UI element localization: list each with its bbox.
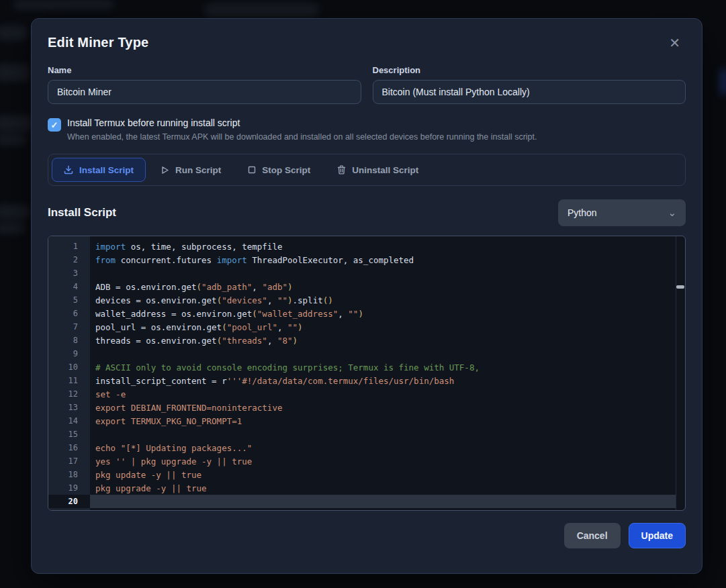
code-editor[interactable]: 1import os, time, subprocess, tempfile2f… [48, 236, 686, 511]
code-line-content [90, 495, 676, 508]
code-line-content: pkg upgrade -y || true [90, 481, 685, 495]
code-line: 10# ASCII only to avoid console encoding… [48, 360, 685, 374]
uninstall-script-button[interactable]: Uninstall Script [325, 158, 430, 182]
editor-scrollbar-track[interactable] [676, 236, 685, 510]
code-line-content: devices = os.environ.get("devices", "").… [90, 293, 685, 307]
line-number: 16 [48, 441, 90, 454]
line-number: 4 [48, 280, 90, 293]
close-icon[interactable]: ✕ [669, 36, 680, 50]
background-blur-shape [720, 68, 726, 95]
background-blur-shape [0, 223, 26, 234]
line-number: 19 [48, 481, 90, 495]
check-icon: ✓ [51, 120, 58, 130]
code-line: 14export TERMUX_PKG_NO_PROMPT=1 [48, 414, 685, 428]
background-blur-shape [205, 3, 319, 17]
dialog-title: Edit Miner Type [48, 35, 148, 50]
dialog-header: Edit Miner Type ✕ [48, 35, 686, 50]
code-line: 17yes '' | pkg upgrade -y || true [48, 454, 685, 468]
line-number: 13 [48, 401, 90, 414]
background-blur-shape [0, 115, 32, 132]
line-number: 17 [48, 454, 90, 468]
code-line: 7pool_url = os.environ.get("pool_url", "… [48, 320, 685, 334]
cancel-button[interactable]: Cancel [564, 523, 621, 548]
stop-icon [248, 166, 256, 174]
code-line-content: echo "[*] Updating packages..." [90, 441, 685, 454]
stop-script-button[interactable]: Stop Script [236, 158, 322, 182]
dialog-footer: Cancel Update [48, 523, 686, 548]
install-script-button[interactable]: Install Script [52, 158, 146, 182]
language-select-value: Python [568, 207, 597, 218]
code-line: 16echo "[*] Updating packages..." [48, 441, 685, 454]
install-script-button-label: Install Script [79, 165, 134, 175]
line-number: 10 [48, 360, 90, 374]
install-script-section-header: Install Script Python ⌄ [48, 199, 686, 226]
code-line: 5devices = os.environ.get("devices", "")… [48, 293, 685, 307]
background-blur-shape [0, 205, 30, 219]
line-number: 12 [48, 387, 90, 401]
description-input[interactable] [373, 80, 686, 104]
code-line: 6wallet_address = os.environ.get("wallet… [48, 307, 685, 320]
name-input[interactable] [48, 80, 361, 104]
code-line: 20 [48, 495, 685, 508]
code-line-content: export TERMUX_PKG_NO_PROMPT=1 [90, 414, 685, 428]
line-number: 11 [48, 374, 90, 387]
background-blur-shape [0, 26, 27, 40]
run-script-button-label: Run Script [175, 165, 221, 175]
name-label: Name [48, 65, 361, 75]
stop-script-button-label: Stop Script [262, 165, 310, 175]
name-field-group: Name [48, 65, 361, 104]
code-line: 4ADB = os.environ.get("adb_path", "adb") [48, 280, 685, 293]
download-icon [64, 165, 73, 175]
code-line-content: install_script_content = r'''#!/data/dat… [90, 374, 685, 387]
code-line-content [90, 347, 685, 360]
edit-miner-type-dialog: Edit Miner Type ✕ Name Description ✓ Ins… [31, 18, 702, 574]
code-line: 9 [48, 347, 685, 360]
name-description-row: Name Description [48, 65, 686, 104]
line-number: 2 [48, 253, 90, 266]
code-line-content: # ASCII only to avoid console encoding s… [90, 360, 685, 374]
trash-icon [337, 165, 346, 175]
code-line: 12set -e [48, 387, 685, 401]
line-number: 20 [48, 495, 90, 508]
line-number: 15 [48, 428, 90, 441]
run-script-button[interactable]: Run Script [148, 158, 233, 182]
code-line-content [90, 428, 685, 441]
update-button[interactable]: Update [629, 523, 686, 548]
code-line-content [90, 266, 685, 280]
code-line-content: threads = os.environ.get("threads", "8") [90, 334, 685, 347]
code-line-content: pool_url = os.environ.get("pool_url", ""… [90, 320, 685, 334]
install-termux-label: Install Termux before running install sc… [67, 117, 537, 128]
code-line-content: import os, time, subprocess, tempfile [90, 240, 685, 253]
editor-scrollbar-thumb[interactable] [676, 285, 684, 289]
code-line: 19pkg upgrade -y || true [48, 481, 685, 495]
code-line-content: ADB = os.environ.get("adb_path", "adb") [90, 280, 685, 293]
line-number: 14 [48, 414, 90, 428]
code-line: 1import os, time, subprocess, tempfile [48, 240, 685, 253]
line-number: 9 [48, 347, 90, 360]
code-line-content: export DEBIAN_FRONTEND=noninteractive [90, 401, 685, 414]
install-termux-texts: Install Termux before running install sc… [67, 117, 537, 142]
code-line: 13export DEBIAN_FRONTEND=noninteractive [48, 401, 685, 414]
script-actions-toolbar: Install Script Run Script Stop Script [48, 154, 686, 186]
line-number: 8 [48, 334, 90, 347]
code-line: 18pkg update -y || true [48, 468, 685, 481]
description-field-group: Description [373, 65, 686, 104]
background-blur-shape [13, 0, 114, 9]
description-label: Description [373, 65, 686, 75]
line-number: 7 [48, 320, 90, 334]
code-line: 2from concurrent.futures import ThreadPo… [48, 253, 685, 266]
play-icon [161, 166, 169, 175]
install-termux-help-text: When enabled, the latest Termux APK will… [67, 132, 537, 142]
language-select[interactable]: Python ⌄ [558, 199, 686, 226]
background-blur-shape [0, 134, 27, 145]
code-editor-lines: 1import os, time, subprocess, tempfile2f… [48, 236, 685, 508]
code-line-content: yes '' | pkg upgrade -y || true [90, 454, 685, 468]
chevron-down-icon: ⌄ [668, 209, 676, 216]
line-number: 3 [48, 266, 90, 280]
line-number: 6 [48, 307, 90, 320]
code-line: 15 [48, 428, 685, 441]
install-termux-checkbox[interactable]: ✓ [48, 118, 61, 132]
line-number: 5 [48, 293, 90, 307]
background-blur-shape [0, 64, 30, 81]
code-line: 11install_script_content = r'''#!/data/d… [48, 374, 685, 387]
